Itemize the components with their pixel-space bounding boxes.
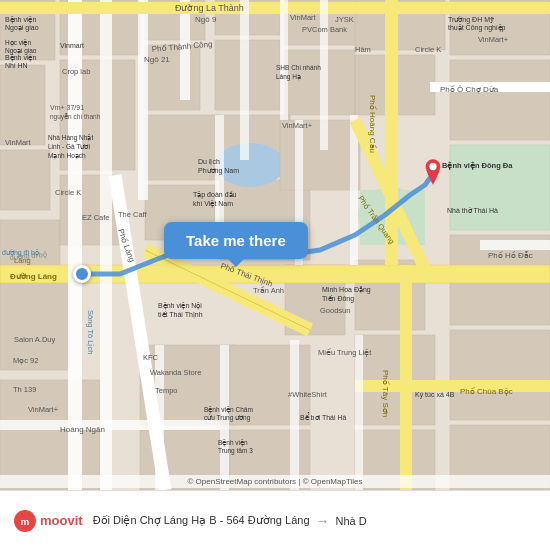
svg-text:KFC: KFC <box>143 353 159 362</box>
svg-text:Bệnh viện Châm: Bệnh viện Châm <box>204 406 253 414</box>
svg-text:Phố Hoàng Cầu: Phố Hoàng Cầu <box>368 95 377 153</box>
svg-text:Ngô 9: Ngô 9 <box>195 15 217 24</box>
svg-text:Ký túc xá 4B: Ký túc xá 4B <box>415 391 455 399</box>
svg-rect-63 <box>155 345 164 490</box>
svg-text:SHB Chi nhánh: SHB Chi nhánh <box>276 64 321 71</box>
svg-rect-51 <box>400 265 412 490</box>
svg-text:Phương Nam: Phương Nam <box>198 167 239 175</box>
svg-text:Phố Chùa Bộc: Phố Chùa Bộc <box>460 387 513 396</box>
svg-text:Bệnh viện Đông Đa: Bệnh viện Đông Đa <box>442 161 513 170</box>
svg-text:Phố Hồ Đắc: Phố Hồ Đắc <box>488 251 533 260</box>
svg-text:Lăng: Lăng <box>14 256 31 265</box>
svg-text:Wakanda Store: Wakanda Store <box>150 368 201 377</box>
svg-rect-53 <box>480 240 550 250</box>
svg-text:Th 139: Th 139 <box>13 385 36 394</box>
svg-text:Ngoại giao: Ngoại giao <box>5 24 39 32</box>
svg-rect-49 <box>0 2 550 14</box>
svg-rect-38 <box>450 330 550 420</box>
svg-text:VinMart+: VinMart+ <box>282 121 313 130</box>
svg-text:Trung tâm 3: Trung tâm 3 <box>218 447 253 455</box>
svg-text:Tập đoàn đầu: Tập đoàn đầu <box>193 191 237 199</box>
svg-text:Nhà thờ Thái Hà: Nhà thờ Thái Hà <box>447 207 498 214</box>
svg-text:Phố Ô Chợ Dừa: Phố Ô Chợ Dừa <box>440 85 499 94</box>
svg-text:Mạnh Hoạch: Mạnh Hoạch <box>48 152 86 160</box>
svg-text:#WhiteShirt: #WhiteShirt <box>288 390 328 399</box>
svg-point-140 <box>429 163 436 170</box>
svg-text:Nhi HN: Nhi HN <box>5 62 28 69</box>
svg-rect-57 <box>320 0 328 150</box>
map-attribution: © OpenStreetMap contributors | © OpenMap… <box>0 475 550 488</box>
moovit-logo: m moovit <box>14 510 83 532</box>
bottom-bar: m moovit Đối Diện Chợ Láng Hạ B - 564 Đư… <box>0 490 550 550</box>
svg-text:Láng Hạ: Láng Hạ <box>276 73 301 81</box>
svg-text:Trường ĐH Mỹ: Trường ĐH Mỹ <box>448 16 494 24</box>
svg-text:Minh Hoa Đặng: Minh Hoa Đặng <box>322 286 371 294</box>
route-arrow: → <box>316 513 330 529</box>
svg-text:Miếu Trung Liệt: Miếu Trung Liệt <box>318 348 372 357</box>
svg-text:The Caff: The Caff <box>118 210 148 219</box>
svg-rect-36 <box>450 145 550 230</box>
svg-text:Crop lab: Crop lab <box>62 67 90 76</box>
svg-text:Hàm: Hàm <box>355 45 371 54</box>
end-marker <box>422 158 444 186</box>
svg-text:Mọc 92: Mọc 92 <box>13 356 38 365</box>
svg-text:Bệnh viện Nội: Bệnh viện Nội <box>158 302 202 310</box>
svg-rect-56 <box>280 0 288 120</box>
svg-text:khí Việt Nam: khí Việt Nam <box>193 200 233 208</box>
svg-text:VinMart+: VinMart+ <box>478 35 509 44</box>
svg-text:Đường La Thành: Đường La Thành <box>175 3 244 13</box>
svg-text:Bể bơi Thái Hà: Bể bơi Thái Hà <box>300 412 346 421</box>
take-me-there-button[interactable]: Take me there <box>164 222 308 259</box>
svg-text:Ngoại giao: Ngoại giao <box>5 47 37 55</box>
route-from: Đối Diện Chợ Láng Hạ B - 564 Đường Láng <box>93 514 310 527</box>
svg-rect-3 <box>0 150 50 210</box>
svg-text:tiết Thái Thịnh: tiết Thái Thịnh <box>158 311 203 319</box>
svg-text:Hoàng Ngân: Hoàng Ngân <box>60 425 105 434</box>
svg-text:Nhà Hàng Nhật: Nhà Hàng Nhật <box>48 134 93 142</box>
svg-rect-47 <box>138 0 148 200</box>
route-to: Nhà D <box>336 515 367 527</box>
svg-text:thuật Công nghiệp: thuật Công nghiệp <box>448 24 506 32</box>
svg-text:cứu Trung ương: cứu Trung ương <box>204 414 251 422</box>
svg-text:Học viện: Học viện <box>5 39 31 47</box>
svg-point-20 <box>215 143 285 187</box>
svg-text:Tempo: Tempo <box>155 386 178 395</box>
svg-text:Ngô 21: Ngô 21 <box>144 55 170 64</box>
svg-text:Linh - Gà Tươi: Linh - Gà Tươi <box>48 143 90 150</box>
svg-text:Salon A.Duy: Salon A.Duy <box>14 335 56 344</box>
svg-text:m: m <box>21 515 30 526</box>
svg-text:Bệnh viện: Bệnh viện <box>5 16 36 24</box>
map-container: Đường La Thành Phố Thành Công Sông Tô Lị… <box>0 0 550 490</box>
svg-text:VinMart: VinMart <box>290 13 317 22</box>
svg-rect-6 <box>0 380 100 490</box>
svg-rect-65 <box>290 340 299 490</box>
svg-rect-35 <box>450 60 550 140</box>
svg-text:Tiến Đông: Tiến Đông <box>322 295 354 303</box>
moovit-text: moovit <box>40 513 83 528</box>
svg-text:Bệnh viện: Bệnh viện <box>218 439 248 447</box>
svg-rect-45 <box>100 0 112 490</box>
svg-text:Bệnh viện: Bệnh viện <box>5 54 36 62</box>
svg-text:Đường Láng: Đường Láng <box>10 272 57 281</box>
svg-rect-55 <box>240 0 249 160</box>
svg-text:EZ Cafe: EZ Cafe <box>82 213 110 222</box>
svg-rect-66 <box>355 335 363 490</box>
start-marker <box>73 265 91 283</box>
svg-text:Vinmart: Vinmart <box>60 42 84 49</box>
moovit-icon: m <box>14 510 36 532</box>
svg-text:PVCom Bank: PVCom Bank <box>302 25 347 34</box>
svg-text:Trần Anh: Trần Anh <box>253 286 284 295</box>
svg-text:Circle K: Circle K <box>415 45 441 54</box>
svg-text:nguyễn chí thanh: nguyễn chí thanh <box>50 113 101 121</box>
svg-rect-62 <box>0 420 220 430</box>
svg-rect-50 <box>385 0 398 265</box>
svg-text:Du lịch: Du lịch <box>198 158 220 166</box>
svg-text:Sông Tô Lịch: Sông Tô Lịch <box>86 310 95 354</box>
svg-text:VinMart: VinMart <box>5 138 32 147</box>
svg-text:VinMart+: VinMart+ <box>28 405 59 414</box>
svg-text:JYSK: JYSK <box>335 15 354 24</box>
svg-rect-2 <box>0 65 45 145</box>
svg-text:Circle K: Circle K <box>55 188 81 197</box>
svg-text:Vm+ 37/91: Vm+ 37/91 <box>50 104 84 111</box>
svg-text:Phố Tây Sơn: Phố Tây Sơn <box>381 370 390 417</box>
